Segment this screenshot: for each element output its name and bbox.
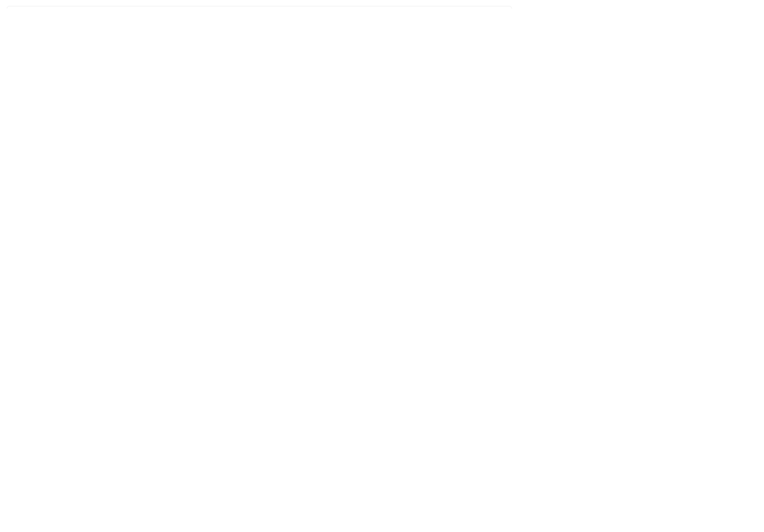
panel-header: Direct Assignment i [7,6,511,8]
direct-assignment-panel: Direct Assignment i Rule Name: Active: D… [7,6,512,8]
